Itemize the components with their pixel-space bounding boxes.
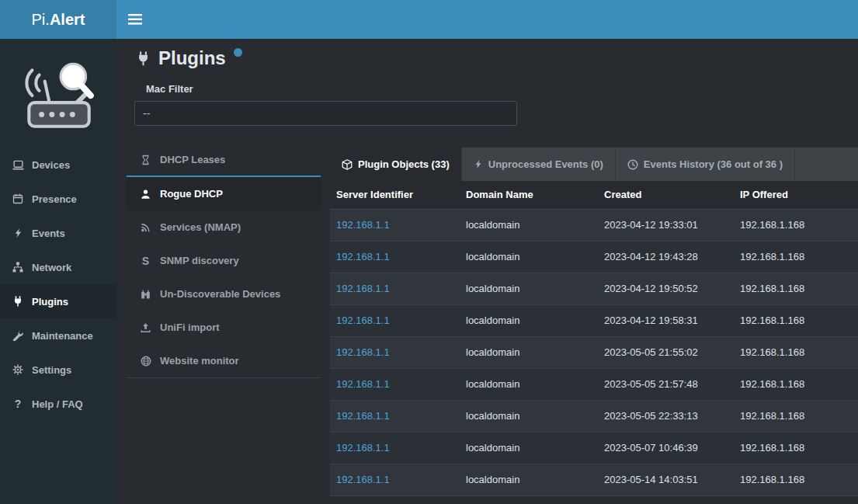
cell-created: 2023-05-05 21:55:02 (598, 336, 734, 368)
user-icon (139, 189, 152, 200)
cell-domain-name: localdomain (460, 432, 598, 464)
cell-created: 2023-04-12 19:50:52 (598, 273, 734, 304)
cell-created: 2023-05-14 14:03:51 (598, 464, 734, 495)
table-row: 192.168.1.1 localdomain 2023-05-14 14:03… (330, 464, 858, 495)
help-icon: ? (11, 398, 25, 410)
app-logo-image (0, 39, 116, 148)
plugin-item-label: Website monitor (160, 355, 239, 367)
table-row: 192.168.1.1 localdomain 2023-04-12 19:43… (330, 241, 858, 273)
table-body: 192.168.1.1 localdomain 2023-04-12 19:33… (330, 209, 858, 495)
devices-icon (11, 159, 25, 171)
presence-icon (11, 193, 25, 204)
cell-domain-name: localdomain (460, 368, 598, 400)
plugin-item-label: UniFi import (160, 322, 220, 333)
maintenance-icon (11, 330, 25, 341)
table-row: 192.168.1.1 localdomain 2023-04-12 19:50… (330, 273, 858, 304)
globe-icon (139, 356, 152, 367)
cell-created: 2023-04-12 19:33:01 (598, 209, 734, 241)
plugin-detail-panel: Plugin Objects (33) Unprocessed Events (… (330, 148, 858, 504)
sidebar-item-network[interactable]: Network (0, 250, 116, 284)
plugin-item-services-nmap[interactable]: Services (NMAP) (127, 210, 321, 244)
cube-icon (342, 159, 353, 170)
clock-icon (627, 159, 638, 170)
plugin-item-label: SNMP discovery (160, 255, 239, 266)
sidebar-item-maintenance[interactable]: Maintenance (0, 318, 116, 353)
cell-ip-offered: 192.168.1.168 (734, 304, 858, 336)
cell-server-identifier[interactable]: 192.168.1.1 (330, 304, 460, 336)
sidebar-item-devices[interactable]: Devices (0, 148, 116, 182)
signal-icon (139, 222, 152, 233)
tab-label: Events History (36 out of 36 ) (644, 158, 783, 170)
sidebar-item-presence[interactable]: Presence (0, 182, 116, 216)
table-row: 192.168.1.1 localdomain 2023-05-05 21:55… (330, 336, 858, 368)
mac-filter-input[interactable] (134, 101, 517, 126)
cell-domain-name: localdomain (460, 209, 598, 241)
cell-server-identifier[interactable]: 192.168.1.1 (330, 336, 460, 368)
cell-created: 2023-05-05 22:33:13 (598, 400, 734, 432)
sidebar-item-events[interactable]: Events (0, 216, 116, 250)
plugin-item-dhcp-leases[interactable]: DHCP Leases (127, 144, 321, 177)
cell-ip-offered: 192.168.1.168 (734, 432, 858, 464)
plugin-item-label: Rogue DHCP (160, 188, 223, 200)
plugins-icon (11, 296, 25, 307)
binoculars-icon (139, 289, 152, 300)
hourglass-icon (139, 155, 152, 165)
cell-ip-offered: 192.168.1.168 (734, 209, 858, 241)
table-row: 192.168.1.1 localdomain 2023-04-12 19:33… (330, 209, 858, 241)
mac-filter-label: Mac Filter (146, 83, 193, 95)
tab-label: Unprocessed Events (0) (488, 158, 603, 170)
sidebar-toggle-button[interactable] (116, 0, 154, 39)
column-header-ip-offered: IP Offered (734, 181, 858, 209)
plugin-item-snmp-discovery[interactable]: S SNMP discovery (127, 244, 321, 277)
cell-server-identifier[interactable]: 192.168.1.1 (330, 368, 460, 400)
cell-domain-name: localdomain (460, 336, 598, 368)
plugin-item-rogue-dhcp[interactable]: Rogue DHCP (127, 177, 321, 210)
sidebar-item-label: Events (32, 228, 65, 239)
table-row: 192.168.1.1 localdomain 2023-05-05 21:57… (330, 368, 858, 400)
cell-domain-name: localdomain (460, 241, 598, 273)
plugin-item-website-monitor[interactable]: Website monitor (127, 344, 321, 377)
plugin-item-undiscoverable-devices[interactable]: Un-Discoverable Devices (127, 277, 321, 311)
plugin-item-unifi-import[interactable]: UniFi import (127, 311, 321, 344)
column-header-domain-name: Domain Name (460, 181, 598, 209)
sidebar-item-help[interactable]: ? Help / FAQ (0, 387, 116, 421)
sidebar-item-settings[interactable]: Settings (0, 353, 116, 387)
cell-server-identifier[interactable]: 192.168.1.1 (330, 209, 460, 241)
cell-created: 2023-04-12 19:58:31 (598, 304, 734, 336)
main-content: Plugins Mac Filter DHCP Leases Rogue DHC… (116, 39, 858, 504)
sidebar-item-label: Maintenance (32, 330, 93, 342)
plug-icon (136, 51, 151, 66)
help-badge-icon[interactable] (234, 48, 242, 57)
plugin-item-label: DHCP Leases (160, 154, 225, 165)
cell-domain-name: localdomain (460, 273, 598, 304)
sidebar-item-plugins[interactable]: Plugins (0, 284, 116, 318)
cell-server-identifier[interactable]: 192.168.1.1 (330, 241, 460, 273)
sidebar: Devices Presence Events Network Plugins (0, 39, 116, 504)
brand-prefix: Pi. (32, 11, 50, 29)
hamburger-icon (128, 14, 142, 25)
cell-domain-name: localdomain (460, 400, 598, 432)
top-navbar: Pi.Alert (0, 0, 858, 39)
cell-domain-name: localdomain (460, 464, 598, 495)
tab-events-history[interactable]: Events History (36 out of 36 ) (616, 148, 795, 181)
cell-created: 2023-04-12 19:43:28 (598, 241, 734, 273)
tab-plugin-objects[interactable]: Plugin Objects (33) (330, 148, 462, 181)
plugin-nav: DHCP Leases Rogue DHCP Services (NMAP) S… (127, 144, 321, 378)
cell-server-identifier[interactable]: 192.168.1.1 (330, 432, 460, 464)
upload-icon (139, 322, 152, 333)
table-row: 192.168.1.1 localdomain 2023-04-12 19:58… (330, 304, 858, 336)
plugin-objects-table: Server Identifier Domain Name Created IP… (330, 181, 858, 496)
table-row: 192.168.1.1 localdomain 2023-05-05 22:33… (330, 400, 858, 432)
column-header-server-identifier: Server Identifier (330, 181, 460, 209)
brand-name: Alert (50, 11, 85, 29)
app-brand[interactable]: Pi.Alert (0, 0, 116, 39)
cell-ip-offered: 192.168.1.168 (734, 400, 858, 432)
sidebar-item-label: Settings (32, 364, 71, 376)
cell-server-identifier[interactable]: 192.168.1.1 (330, 273, 460, 304)
cell-server-identifier[interactable]: 192.168.1.1 (330, 400, 460, 432)
tab-unprocessed-events[interactable]: Unprocessed Events (0) (462, 148, 616, 181)
plugin-item-label: Services (NMAP) (160, 221, 241, 233)
table-header-row: Server Identifier Domain Name Created IP… (330, 181, 858, 209)
cell-server-identifier[interactable]: 192.168.1.1 (330, 464, 460, 495)
sidebar-item-label: Devices (32, 159, 70, 171)
